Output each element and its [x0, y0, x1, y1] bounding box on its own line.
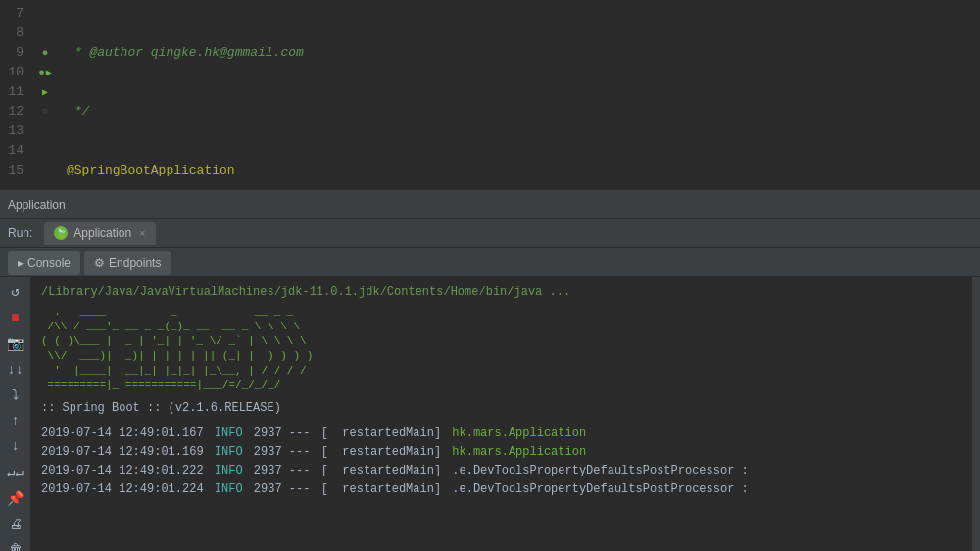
- endpoints-label: Endpoints: [109, 256, 161, 270]
- gutter-7: [33, 4, 57, 24]
- spring-boot-version: :: Spring Boot :: (v2.1.6.RELEASE): [41, 399, 962, 417]
- run-tab-label: Application: [74, 226, 131, 240]
- code-editor: 7 8 9 10 11 12 13 14 15 ● ● ▶ ▶ ○ * @aut…: [0, 0, 980, 191]
- console-left-toolbar: ↺ ■ 📷 ↓↓ ⤵ ↑ ↓ ↵↵ 📌 🖨 🗑: [0, 277, 31, 551]
- rerun-button[interactable]: ↺: [6, 283, 25, 300]
- log-line-2: 2019-07-14 12:49:01.169 INFO 2937 --- [ …: [41, 443, 962, 461]
- print-button[interactable]: 🖨: [6, 517, 25, 532]
- pin-button[interactable]: 📌: [6, 490, 25, 507]
- editor-tab-label: Application: [8, 198, 66, 212]
- stop-button[interactable]: ■: [6, 310, 25, 326]
- import-button[interactable]: ⤵: [6, 387, 25, 403]
- scroll-to-top-button[interactable]: ↓↓: [6, 362, 25, 377]
- endpoints-icon: ⚙: [94, 256, 105, 270]
- spring-icon: 🍃: [54, 226, 68, 240]
- run-bar: Run: 🍃 Application ×: [0, 219, 980, 248]
- scroll-up-button[interactable]: ↑: [6, 413, 25, 428]
- console-scrollbar[interactable]: [972, 277, 980, 551]
- code-content: * @author qingke.hk@gmmail.com */ @Sprin…: [59, 0, 980, 190]
- spring-ascii-art: . ____ _ __ _ _ /\\ / ___'_ __ _ _(_)_ _…: [41, 305, 962, 393]
- line-numbers: 7 8 9 10 11 12 13 14 15: [0, 0, 31, 190]
- log-line-3: 2019-07-14 12:49:01.222 INFO 2937 --- [ …: [41, 462, 962, 479]
- run-tab[interactable]: 🍃 Application ×: [44, 222, 155, 245]
- run-tab-close[interactable]: ×: [139, 227, 145, 239]
- console-icon: ▸: [18, 256, 24, 270]
- gutter-11[interactable]: ▶: [33, 82, 57, 102]
- console-tab-console[interactable]: ▸ Console: [8, 251, 80, 275]
- console-main: ↺ ■ 📷 ↓↓ ⤵ ↑ ↓ ↵↵ 📌 🖨 🗑 /Library/Java/Ja…: [0, 277, 980, 551]
- console-path: /Library/Java/JavaVirtualMachines/jdk-11…: [41, 283, 962, 301]
- wrap-button[interactable]: ↵↵: [6, 464, 25, 480]
- editor-tab-bar: Application: [0, 191, 980, 219]
- log-line-1: 2019-07-14 12:49:01.167 INFO 2937 --- [ …: [41, 425, 962, 442]
- code-line-9: @SpringBootApplication: [67, 161, 972, 180]
- gutter-15: [33, 161, 57, 180]
- gutter-8: [33, 24, 57, 43]
- scroll-down-button[interactable]: ↓: [6, 438, 25, 454]
- gutter-10[interactable]: ● ▶: [33, 63, 57, 82]
- gutter: ● ● ▶ ▶ ○: [31, 0, 59, 190]
- code-line-8: */: [67, 102, 972, 122]
- camera-button[interactable]: 📷: [6, 335, 25, 352]
- run-label: Run:: [8, 226, 32, 240]
- clear-button[interactable]: 🗑: [6, 542, 25, 551]
- gutter-14: [33, 141, 57, 161]
- gutter-12: ○: [33, 102, 57, 122]
- log-line-4: 2019-07-14 12:49:01.224 INFO 2937 --- [ …: [41, 480, 962, 498]
- code-line-7: * @author qingke.hk@gmmail.com: [67, 43, 972, 63]
- console-output[interactable]: /Library/Java/JavaVirtualMachines/jdk-11…: [31, 277, 972, 551]
- gutter-9: ●: [33, 43, 57, 63]
- console-toolbar: ▸ Console ⚙ Endpoints: [0, 248, 980, 277]
- console-tab-endpoints[interactable]: ⚙ Endpoints: [84, 251, 171, 275]
- gutter-13: [33, 122, 57, 141]
- console-label: Console: [27, 256, 71, 270]
